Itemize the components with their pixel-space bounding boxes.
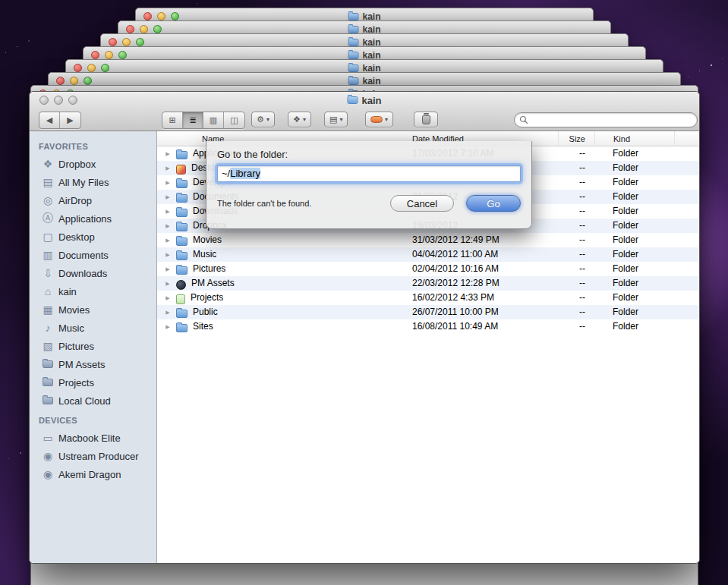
trash-button[interactable] [414, 112, 438, 127]
search-input[interactable] [531, 115, 692, 125]
sidebar-item-airdrop[interactable]: ◎AirDrop [30, 191, 156, 209]
disclosure-triangle-icon[interactable]: ▶ [163, 204, 172, 219]
close-button[interactable] [143, 12, 152, 20]
sidebar-item-pictures[interactable]: ▧Pictures [30, 337, 156, 355]
sidebar-item-all-my-files[interactable]: ▤All My Files [30, 173, 156, 191]
sidebar-item-local-cloud[interactable]: Local Cloud [30, 392, 156, 410]
applications-icon: Ⓐ [40, 212, 55, 225]
table-row[interactable]: ▶Public26/07/2011 10:00 PM--Folder [157, 305, 699, 319]
search-field[interactable] [514, 112, 698, 127]
coverflow-view-button[interactable]: ◫ [224, 112, 244, 128]
file-kind: Folder [594, 291, 674, 305]
close-button[interactable] [91, 51, 99, 59]
sidebar-item-projects[interactable]: Projects [30, 373, 156, 392]
disclosure-triangle-icon[interactable]: ▶ [163, 247, 172, 262]
cancel-button[interactable]: Cancel [390, 195, 454, 212]
disclosure-triangle-icon[interactable]: ▶ [163, 146, 172, 161]
file-size: -- [558, 262, 594, 276]
minimize-button[interactable] [70, 77, 78, 85]
table-row[interactable]: ▶Sites16/08/2011 10:49 AM--Folder [157, 319, 699, 334]
file-kind: Folder [594, 175, 674, 190]
sidebar-item-kain[interactable]: ⌂kain [30, 282, 156, 300]
table-row[interactable]: ▶PM Assets22/03/2012 12:28 PM--Folder [157, 276, 699, 291]
table-row[interactable]: ▶Pictures02/04/2012 10:16 AM--Folder [157, 262, 699, 276]
zoom-button[interactable] [84, 77, 92, 85]
disclosure-triangle-icon[interactable]: ▶ [163, 161, 172, 175]
file-size: -- [558, 233, 594, 247]
sidebar-item-macbook-elite[interactable]: ▭Macbook Elite [30, 429, 156, 447]
close-button[interactable] [56, 77, 65, 85]
icon-view-button[interactable]: ⊞ [162, 112, 183, 128]
minimize-button[interactable] [122, 38, 131, 46]
sidebar-item-desktop[interactable]: ▢Desktop [30, 228, 156, 246]
disclosure-triangle-icon[interactable]: ▶ [163, 305, 172, 319]
disclosure-triangle-icon[interactable]: ▶ [163, 262, 172, 276]
sidebar-item-documents[interactable]: ▥Documents [30, 246, 156, 264]
share-menu-button[interactable]: ❖ ▾ [288, 112, 311, 127]
forward-icon: ▶ [67, 115, 73, 124]
pictures-icon: ▧ [40, 340, 55, 352]
stack-icon: ❖ [293, 115, 301, 124]
file-name: Projects [191, 291, 223, 305]
file-size: -- [558, 190, 594, 204]
disclosure-triangle-icon[interactable]: ▶ [163, 291, 172, 305]
zoom-button[interactable] [171, 12, 179, 20]
disclosure-triangle-icon[interactable]: ▶ [163, 233, 172, 247]
disclosure-triangle-icon[interactable]: ▶ [163, 276, 172, 291]
sidebar-item-downloads[interactable]: ⇩Downloads [30, 264, 156, 282]
arrange-menu-button[interactable]: ▤ ▾ [324, 112, 348, 127]
zoom-button[interactable] [68, 96, 77, 105]
goto-path-input[interactable]: ~/Library [217, 165, 521, 182]
folder-icon [348, 13, 358, 20]
disclosure-triangle-icon[interactable]: ▶ [163, 175, 172, 190]
column-view-button[interactable]: ▥ [203, 112, 224, 128]
window-title-area: kain [347, 92, 381, 109]
minimize-button[interactable] [140, 25, 148, 33]
minimize-button[interactable] [105, 51, 113, 59]
view-switcher: ⊞ ≣ ▥ ◫ [162, 112, 245, 129]
zoom-button[interactable] [118, 51, 127, 59]
table-row[interactable]: ▶Projects16/02/2012 4:33 PM--Folder [157, 291, 699, 305]
disclosure-triangle-icon[interactable]: ▶ [163, 219, 172, 233]
sidebar-item-dropbox[interactable]: ❖Dropbox [30, 155, 156, 173]
file-date-modified: 31/03/2012 12:49 PM [408, 233, 558, 247]
disclosure-triangle-icon[interactable]: ▶ [163, 190, 172, 204]
column-header-kind[interactable]: Kind [594, 131, 674, 146]
file-date-modified: 22/03/2012 12:28 PM [408, 276, 558, 291]
table-row[interactable]: ▶Music04/04/2012 11:00 AM--Folder [157, 247, 699, 262]
folder-icon [348, 64, 358, 72]
zoom-button[interactable] [136, 38, 144, 46]
sidebar-item-pm-assets[interactable]: PM Assets [30, 355, 156, 373]
minimize-button[interactable] [157, 12, 165, 20]
file-date-modified: 16/08/2011 10:49 AM [408, 319, 558, 334]
sidebar-item-applications[interactable]: ⒶApplications [30, 209, 156, 228]
sidebar-item-label: Music [58, 322, 84, 334]
titlebar[interactable]: kain [30, 92, 699, 109]
go-button[interactable]: Go [466, 195, 521, 212]
sidebar-item-movies[interactable]: ▦Movies [30, 300, 156, 319]
forward-button[interactable]: ▶ [60, 112, 80, 128]
close-button[interactable] [109, 38, 117, 46]
sidebar-item-label: Desktop [58, 231, 95, 243]
table-row[interactable]: ▶Movies31/03/2012 12:49 PM--Folder [157, 233, 699, 247]
zoom-button[interactable] [101, 64, 109, 72]
sidebar-item-akemi-dragon[interactable]: ◉Akemi Dragon [30, 465, 156, 483]
file-size: -- [558, 146, 594, 161]
list-view-button[interactable]: ≣ [183, 112, 203, 128]
label-menu-button[interactable]: ▾ [365, 112, 393, 127]
disclosure-triangle-icon[interactable]: ▶ [163, 319, 172, 334]
close-button[interactable] [74, 64, 82, 72]
back-button[interactable]: ◀ [39, 112, 60, 128]
close-button[interactable] [39, 96, 49, 105]
caret-down-icon: ▾ [303, 116, 306, 123]
minimize-button[interactable] [54, 96, 63, 105]
column-header-size[interactable]: Size [558, 131, 594, 146]
sidebar-item-music[interactable]: ♪Music [30, 319, 156, 337]
file-kind: Folder [594, 190, 674, 204]
close-button[interactable] [126, 25, 134, 33]
action-menu-button[interactable]: ⚙ ▾ [251, 112, 275, 127]
minimize-button[interactable] [87, 64, 96, 72]
app-icon [176, 165, 186, 175]
sidebar-item-ustream-producer[interactable]: ◉Ustream Producer [30, 447, 156, 465]
zoom-button[interactable] [153, 25, 162, 33]
